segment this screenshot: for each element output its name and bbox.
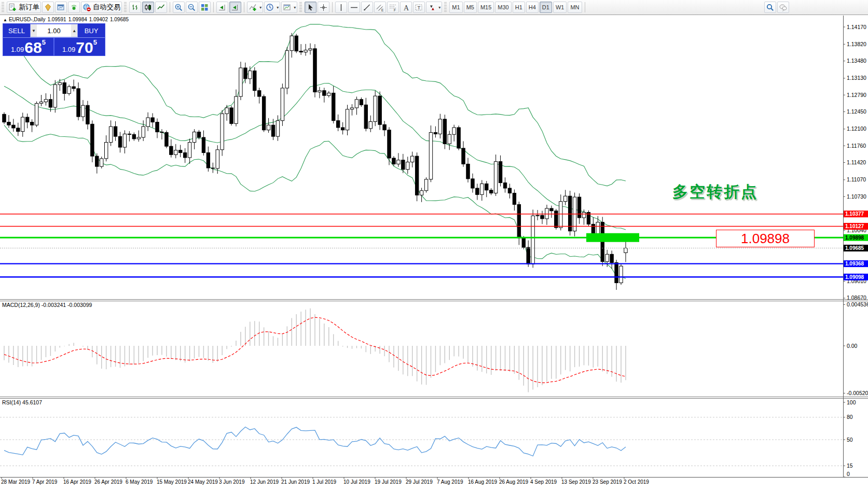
- price-badge-label: 1.09898: [845, 235, 864, 241]
- price-badge-label: 1.09368: [845, 261, 864, 266]
- text-label-button[interactable]: T: [413, 2, 425, 13]
- panel-separator[interactable]: [0, 398, 868, 399]
- timeframe-h1-button[interactable]: H1: [513, 2, 525, 13]
- toolbar-separator: [332, 2, 333, 12]
- price-badge-label: 1.09685: [845, 245, 864, 251]
- timeframe-m30-button[interactable]: M30: [495, 2, 511, 13]
- new-order-button[interactable]: 新订单: [7, 2, 41, 13]
- main-chart-panel[interactable]: [0, 24, 843, 290]
- text-button[interactable]: A: [400, 2, 412, 13]
- channel-button[interactable]: E: [374, 2, 386, 13]
- sell-price-display[interactable]: 1.09 68 5: [3, 38, 54, 55]
- price-tick-label: 1.12790: [847, 92, 866, 98]
- time-axis[interactable]: 28 Mar 20197 Apr 201916 Apr 201926 Apr 2…: [1, 477, 649, 485]
- rsi-axis-label: 80: [847, 414, 853, 420]
- date-tick-label: 29 Jul 2019: [406, 479, 433, 485]
- price-callout[interactable]: 1.09898: [716, 230, 815, 247]
- candlestick-series: [3, 33, 627, 290]
- bar-chart-button[interactable]: [129, 2, 141, 13]
- price-axis[interactable]: 1.141701.138201.134801.131301.127901.124…: [843, 24, 868, 301]
- zoom-in-button[interactable]: [173, 2, 185, 13]
- chart-shift-button[interactable]: [229, 2, 241, 13]
- horizontal-line-button[interactable]: [348, 2, 360, 13]
- tile-windows-button[interactable]: [199, 2, 211, 13]
- timeframe-mn-button[interactable]: MN: [568, 2, 582, 13]
- macd-panel[interactable]: [4, 308, 626, 392]
- svg-text:T: T: [418, 4, 421, 10]
- signals-button[interactable]: [68, 2, 80, 13]
- buy-price-big: 70: [76, 41, 93, 54]
- timeframe-m5-button[interactable]: M5: [464, 2, 477, 13]
- timeframe-h4-button[interactable]: H4: [526, 2, 539, 13]
- autotrading-button-label: 自动交易: [93, 3, 120, 12]
- rsi-indicator-label: RSI(14) 45.6107: [2, 399, 42, 405]
- sell-price-pip: 5: [42, 38, 46, 46]
- buy-button[interactable]: BUY: [78, 24, 105, 37]
- dropdown-caret-icon[interactable]: ▾: [294, 5, 296, 10]
- chat-button[interactable]: [777, 2, 789, 13]
- new-order-button-label: 新订单: [19, 3, 39, 12]
- candlestick-icon: [144, 3, 153, 12]
- date-tick-label: 23 Sep 2019: [593, 479, 622, 485]
- svg-text:F: F: [394, 8, 396, 12]
- price-tick-label: 1.13130: [847, 75, 866, 81]
- price-tick-label: 1.10730: [847, 193, 866, 200]
- line-chart-icon: [157, 3, 166, 12]
- arrows-button[interactable]: ▾: [426, 2, 442, 13]
- templates-button[interactable]: ▾: [281, 2, 297, 13]
- marketwatch-icon: [44, 3, 52, 12]
- low-value: 1.09402: [89, 17, 108, 22]
- dropdown-caret-icon[interactable]: ▾: [259, 5, 261, 10]
- chart-window-button[interactable]: [55, 2, 67, 13]
- annotation-text[interactable]: 多空转折点: [672, 181, 758, 203]
- rsi-panel[interactable]: [0, 417, 843, 466]
- auto-scroll-icon: [218, 3, 227, 12]
- line-chart-button[interactable]: [155, 2, 167, 13]
- timeframe-m1-button[interactable]: M1: [449, 2, 462, 13]
- vertical-line-button[interactable]: [335, 2, 347, 13]
- panel-separator[interactable]: [0, 301, 868, 301]
- volume-increase-button[interactable]: ▲: [71, 24, 77, 37]
- cursor-button[interactable]: [305, 2, 316, 13]
- toolbar-grip[interactable]: [299, 2, 302, 12]
- trendline-button[interactable]: [361, 2, 373, 13]
- indicators-button[interactable]: ▾: [247, 2, 263, 13]
- volume-decrease-button[interactable]: ▼: [31, 24, 37, 37]
- toolbar-grip[interactable]: [2, 2, 4, 12]
- timeframe-w1-button[interactable]: W1: [553, 2, 567, 13]
- signals-icon: [70, 3, 78, 12]
- date-tick-label: 10 Jul 2019: [343, 479, 370, 485]
- collapse-icon[interactable]: ▲: [3, 18, 7, 22]
- rsi-axis-label: 50: [847, 437, 853, 443]
- zoom-out-button[interactable]: [186, 2, 198, 13]
- volume-input[interactable]: [37, 24, 71, 37]
- buy-price-display[interactable]: 1.09 70 5: [54, 38, 105, 55]
- date-tick-label: 13 Sep 2019: [561, 479, 591, 485]
- marketwatch-button[interactable]: [42, 2, 54, 13]
- price-tick-label: 1.11070: [847, 176, 866, 183]
- panel-separator[interactable]: [0, 299, 868, 300]
- text-icon: A: [402, 3, 410, 12]
- search-button[interactable]: [764, 2, 776, 13]
- date-tick-label: 26 Aug 2019: [499, 479, 529, 485]
- timeframe-d1-button[interactable]: D1: [540, 2, 552, 13]
- date-tick-label: 15 May 2019: [157, 479, 187, 485]
- date-tick-label: 16 Aug 2019: [468, 479, 498, 485]
- dropdown-caret-icon[interactable]: ▾: [277, 5, 279, 10]
- rsi-axis-label: 100: [847, 399, 856, 405]
- toolbar-grip[interactable]: [444, 2, 447, 12]
- price-badge-label: 1.10127: [845, 223, 864, 229]
- timeframe-m15-button[interactable]: M15: [478, 2, 494, 13]
- candlestick-button[interactable]: [142, 2, 154, 13]
- toolbar-grip[interactable]: [124, 2, 127, 12]
- dropdown-caret-icon[interactable]: ▾: [438, 5, 440, 10]
- sell-price-big: 68: [24, 41, 42, 54]
- crosshair-button[interactable]: [318, 2, 329, 13]
- panel-separator[interactable]: [0, 397, 868, 397]
- autotrading-button[interactable]: 自动交易: [81, 2, 122, 13]
- auto-scroll-button[interactable]: [216, 2, 228, 13]
- date-tick-label: 1 Jul 2019: [312, 479, 337, 485]
- sell-button[interactable]: SELL: [3, 24, 30, 37]
- fibonacci-button[interactable]: F: [387, 2, 399, 13]
- periods-button[interactable]: ▾: [264, 2, 280, 13]
